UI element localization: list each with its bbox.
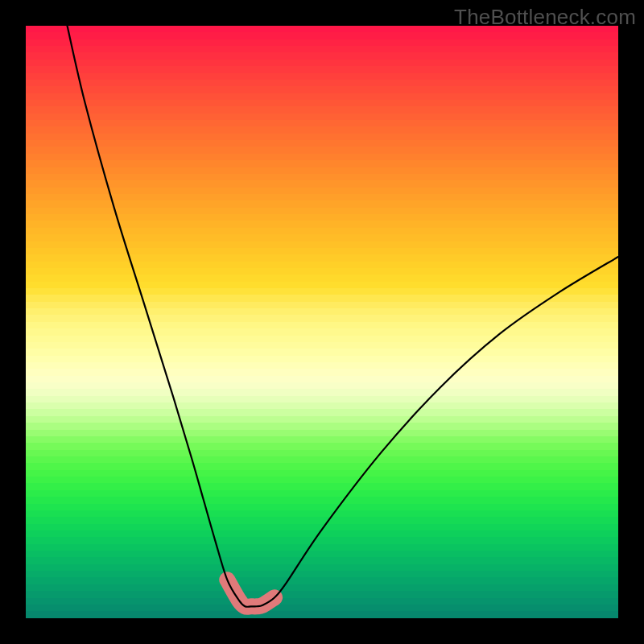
chart-frame: TheBottleneck.com [0, 0, 644, 644]
bottleneck-curve [68, 26, 618, 607]
curve-layer [26, 26, 618, 618]
plot-area [26, 26, 618, 618]
